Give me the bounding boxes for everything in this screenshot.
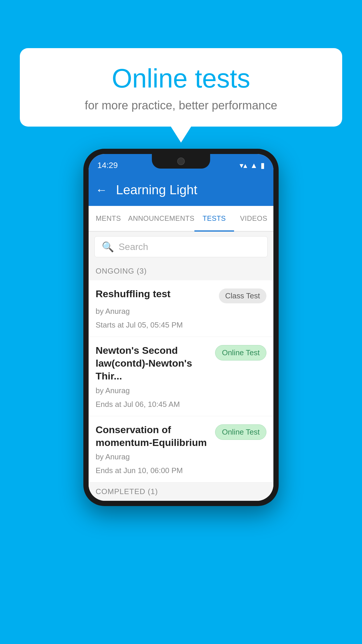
test-item-newton[interactable]: Newton's Second law(contd)-Newton's Thir… (89, 337, 273, 416)
back-button[interactable]: ← (96, 183, 107, 197)
bubble-title: Online tests (37, 64, 325, 93)
tab-ments[interactable]: MENTS (89, 206, 128, 231)
app-bar: ← Learning Light (89, 174, 273, 206)
test-item-conservation[interactable]: Conservation of momentum-Equilibrium Onl… (89, 416, 273, 482)
test-by-conservation: by Anurag (96, 451, 266, 463)
tab-videos[interactable]: VIDEOS (234, 206, 273, 231)
test-badge-newton: Online Test (215, 345, 266, 360)
phone-screen: 14:29 ▾▴ ▲ ▮ ← Learning Light MENTS ANNO… (89, 154, 273, 501)
test-item-row-3: Conservation of momentum-Equilibrium Onl… (96, 423, 266, 449)
test-name-reshuffling: Reshuffling test (96, 287, 213, 300)
speech-bubble: Online tests for more practice, better p… (20, 48, 342, 127)
test-by-reshuffling: by Anurag (96, 306, 266, 317)
tab-tests[interactable]: TESTS (194, 206, 234, 231)
battery-icon: ▮ (261, 161, 265, 170)
status-icons: ▾▴ ▲ ▮ (240, 161, 265, 170)
test-item-row-2: Newton's Second law(contd)-Newton's Thir… (96, 344, 266, 383)
ongoing-section-header: ONGOING (3) (89, 262, 273, 280)
tab-announcements[interactable]: ANNOUNCEMENTS (128, 206, 194, 231)
test-time-conservation: Ends at Jun 10, 06:00 PM (96, 465, 266, 476)
search-icon: 🔍 (102, 241, 114, 253)
bubble-subtitle: for more practice, better performance (37, 99, 325, 112)
tabs-bar: MENTS ANNOUNCEMENTS TESTS VIDEOS (89, 206, 273, 232)
test-badge-reshuffling: Class Test (219, 288, 266, 303)
phone-outer: 14:29 ▾▴ ▲ ▮ ← Learning Light MENTS ANNO… (83, 149, 279, 506)
test-name-conservation: Conservation of momentum-Equilibrium (96, 423, 209, 449)
test-name-newton: Newton's Second law(contd)-Newton's Thir… (96, 344, 209, 383)
completed-section-header: COMPLETED (1) (89, 482, 273, 501)
phone-notch (152, 154, 210, 169)
camera-icon (177, 158, 185, 165)
search-bar[interactable]: 🔍 Search (94, 236, 268, 257)
search-container: 🔍 Search (89, 232, 273, 262)
app-title: Learning Light (116, 183, 197, 197)
signal-icon: ▲ (250, 161, 258, 170)
wifi-icon: ▾▴ (240, 161, 247, 170)
test-badge-conservation: Online Test (215, 424, 266, 440)
test-time-newton: Ends at Jul 06, 10:45 AM (96, 399, 266, 410)
test-by-newton: by Anurag (96, 385, 266, 396)
test-item-row-1: Reshuffling test Class Test (96, 287, 266, 303)
test-item-reshuffling[interactable]: Reshuffling test Class Test by Anurag St… (89, 280, 273, 337)
test-time-reshuffling: Starts at Jul 05, 05:45 PM (96, 319, 266, 331)
phone-mockup: 14:29 ▾▴ ▲ ▮ ← Learning Light MENTS ANNO… (83, 149, 279, 506)
search-input[interactable]: Search (119, 242, 148, 252)
status-time: 14:29 (97, 161, 118, 170)
